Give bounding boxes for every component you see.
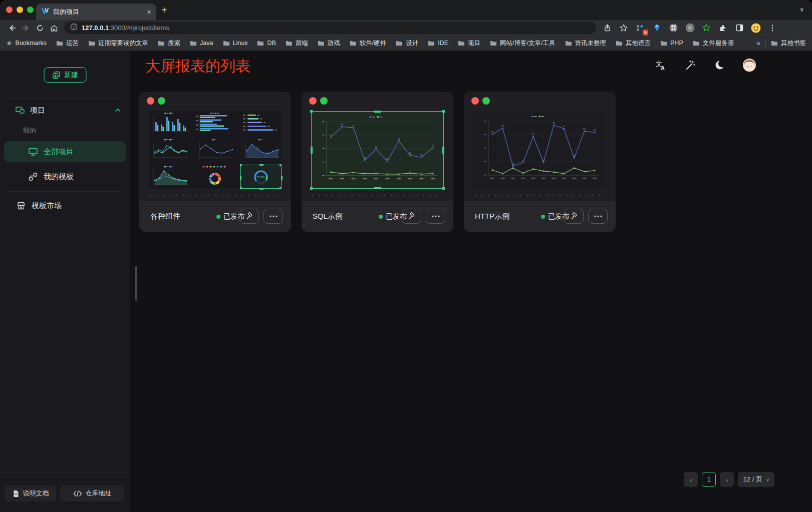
green-star-extension-icon[interactable] — [700, 22, 712, 34]
reader-mode-icon[interactable] — [733, 22, 745, 34]
page-size-select[interactable]: 12 / 页 ∨ — [738, 472, 774, 487]
bookmark-folder[interactable]: 运营 — [56, 39, 79, 48]
bookmark-folder[interactable]: PHP — [660, 40, 683, 47]
sidebar-item-my-templates[interactable]: 我的模板 — [4, 166, 126, 187]
bookmark-folder[interactable]: 文件服务器 — [693, 39, 734, 48]
hammer-icon — [570, 212, 579, 221]
bookmark-folder[interactable]: 其他语言 — [616, 39, 651, 48]
zoom-window-button[interactable] — [27, 7, 34, 13]
bookmark-folder[interactable]: Java — [190, 40, 213, 47]
more-options-button[interactable] — [588, 209, 608, 224]
bookmark-star-icon[interactable] — [618, 22, 630, 34]
extension-grid-icon[interactable]: 9 — [634, 22, 646, 34]
project-thumbnail[interactable]: 75969430522868403655 — [311, 111, 444, 189]
bookmarks-divider — [765, 39, 766, 47]
svg-text:86: 86 — [583, 128, 586, 130]
edit-project-button[interactable] — [564, 209, 584, 224]
new-project-button[interactable]: 新建 — [44, 67, 86, 83]
more-options-button[interactable] — [263, 209, 283, 224]
docs-button[interactable]: 说明文档 — [5, 485, 56, 501]
project-title: HTTP示例 — [475, 212, 509, 221]
user-avatar[interactable] — [743, 59, 756, 72]
sidebar-item-template-market[interactable]: 模板市场 — [4, 195, 126, 216]
card-window-dots — [471, 97, 490, 105]
ellipsis-icon — [432, 215, 440, 217]
bookmark-folder[interactable]: Linux — [223, 40, 248, 47]
folder-icon — [693, 40, 700, 46]
svg-text:94: 94 — [352, 124, 355, 127]
minimize-window-button[interactable] — [17, 7, 23, 13]
dark-mode-moon-icon[interactable] — [713, 59, 726, 72]
sidebar-item-all-projects[interactable]: 全部项目 — [4, 141, 126, 162]
project-thumbnail[interactable]: 8092182576259891338684 — [473, 111, 606, 189]
bookmark-folder[interactable]: 前端 — [286, 39, 308, 48]
svg-text:36: 36 — [420, 154, 423, 156]
bookmark-folder[interactable]: 游戏 — [318, 39, 340, 48]
prev-page-button[interactable]: ‹ — [684, 472, 698, 487]
home-button[interactable] — [47, 22, 61, 34]
magic-wand-icon[interactable] — [684, 59, 697, 72]
svg-text:55: 55 — [432, 144, 434, 147]
profile-avatar[interactable] — [750, 22, 762, 34]
project-card[interactable]: 25.00% 各种组件 已发布 — [139, 92, 291, 232]
project-card[interactable]: 8092182576259891338684 HTTP示例 已发布 — [464, 92, 616, 232]
edit-project-button[interactable] — [239, 209, 259, 224]
kite-extension-icon[interactable] — [651, 22, 663, 34]
address-bar[interactable]: 127.0.0.1:3000/#/project/items — [64, 22, 596, 34]
folder-icon — [223, 40, 230, 46]
repo-button[interactable]: 仓库地址 — [60, 485, 124, 501]
chevron-up-icon[interactable] — [115, 107, 121, 113]
svg-text:25: 25 — [543, 159, 545, 162]
browser-tab[interactable]: 我的项目 × — [36, 4, 156, 20]
project-card[interactable]: 75969430522868403655 SQL示例 已发布 — [302, 92, 453, 232]
bookmark-folder[interactable]: 网站/博客/文章/工具 — [490, 39, 555, 48]
svg-text:33: 33 — [573, 155, 576, 157]
svg-text:76: 76 — [532, 133, 534, 135]
edit-project-button[interactable] — [402, 209, 421, 224]
project-title: SQL示例 — [313, 212, 343, 221]
other-bookmarks-folder[interactable]: 其他书签 — [771, 39, 806, 48]
bookmark-folder[interactable]: 资讯未整理 — [565, 39, 607, 48]
circle-extension-icon[interactable] — [684, 22, 696, 34]
ellipsis-icon — [594, 215, 602, 217]
more-options-button[interactable] — [426, 209, 445, 224]
bookmark-folder[interactable]: 搜索 — [158, 39, 180, 48]
bookmark-folder[interactable]: 项目 — [458, 39, 480, 48]
share-icon[interactable] — [601, 22, 613, 34]
extensions-puzzle-icon[interactable] — [717, 22, 729, 34]
command-extension-icon[interactable] — [667, 22, 679, 34]
folder-icon — [490, 40, 497, 46]
forward-button[interactable] — [19, 22, 33, 34]
bookmark-folder[interactable]: IDE — [428, 40, 448, 47]
bookmark-folder[interactable]: 软件/硬件 — [350, 39, 386, 48]
ellipsis-icon — [269, 215, 278, 217]
current-page-button[interactable]: 1 — [702, 472, 716, 487]
bookmark-folder[interactable]: 近期需要读的文章 — [88, 39, 148, 48]
new-tab-button[interactable]: + — [161, 5, 167, 16]
browser-window: 我的项目 × + ∨ 127.0.0.1:3000/#/project/item… — [0, 0, 812, 512]
tab-search-chevron-icon[interactable]: ∨ — [799, 6, 804, 13]
next-page-button[interactable]: › — [720, 472, 734, 487]
bookmarks-bar: ★ Bookmarks 运营近期需要读的文章搜索JavaLinuxDB前端游戏软… — [0, 36, 812, 51]
folder-icon — [428, 40, 435, 46]
svg-text:75: 75 — [330, 134, 332, 137]
back-button[interactable] — [5, 22, 19, 34]
project-thumbnail[interactable]: 25.00% — [149, 111, 282, 189]
browser-menu-icon[interactable] — [766, 22, 778, 34]
reload-button[interactable] — [33, 22, 47, 34]
selection-handle — [310, 110, 313, 113]
code-icon — [73, 490, 82, 497]
tab-close-icon[interactable]: × — [147, 8, 151, 16]
language-translate-icon[interactable]: 文A — [654, 59, 667, 72]
dotted-separator — [475, 195, 605, 196]
site-info-icon[interactable] — [70, 23, 78, 33]
bookmarks-overflow-chevron[interactable]: » — [756, 39, 760, 47]
bookmark-folder[interactable]: 设计 — [396, 39, 418, 48]
sidebar-section-projects[interactable]: 项目 — [15, 102, 121, 118]
bookmarks-manager[interactable]: ★ Bookmarks — [6, 39, 47, 47]
document-icon — [13, 490, 20, 497]
bookmark-folder[interactable]: DB — [257, 40, 276, 47]
scrollbar-thumb[interactable] — [135, 266, 137, 301]
folder-icon — [88, 40, 95, 46]
close-window-button[interactable] — [6, 7, 13, 13]
